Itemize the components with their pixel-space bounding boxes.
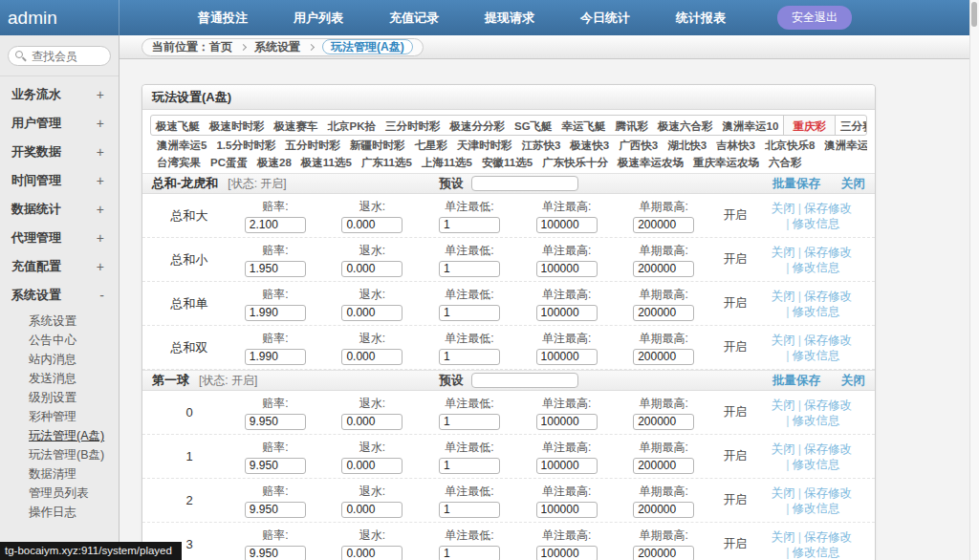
- max-bet-input[interactable]: [536, 305, 598, 321]
- modify-info-link[interactable]: 修改信息: [793, 349, 840, 362]
- rebate-input[interactable]: [341, 217, 402, 233]
- close-row-link[interactable]: 关闭: [772, 530, 795, 544]
- tab-三分赛车[interactable]: 三分赛车: [836, 116, 867, 135]
- tab-极速六合彩[interactable]: 极速六合彩: [653, 116, 718, 135]
- sidebar-subitem[interactable]: 彩种管理: [0, 407, 119, 426]
- max-bet-input[interactable]: [536, 546, 598, 560]
- close-row-link[interactable]: 关闭: [772, 202, 795, 215]
- sidebar-subitem[interactable]: 玩法管理(A盘): [0, 426, 119, 445]
- close-row-link[interactable]: 关闭: [772, 334, 795, 347]
- tab-吉林快3[interactable]: 吉林快3: [711, 138, 760, 153]
- period-max-input[interactable]: [633, 546, 694, 560]
- tab-上海11选5[interactable]: 上海11选5: [417, 155, 477, 170]
- scrollbar-thumb[interactable]: [971, 2, 977, 27]
- tab-极速快3[interactable]: 极速快3: [565, 138, 614, 153]
- odds-input[interactable]: [245, 305, 306, 321]
- preset-input[interactable]: [471, 373, 578, 388]
- expand-toggle-icon[interactable]: +: [97, 230, 104, 246]
- sidebar-subitem[interactable]: 管理员列表: [0, 484, 119, 503]
- tab-1.5分时时彩[interactable]: 1.5分时时彩: [211, 138, 280, 153]
- sidebar-item[interactable]: 充值配置+: [0, 252, 119, 281]
- max-bet-input[interactable]: [536, 349, 598, 365]
- tab-极速11选5[interactable]: 极速11选5: [296, 155, 357, 170]
- save-changes-link[interactable]: 保存修改: [804, 398, 852, 412]
- period-max-input[interactable]: [633, 502, 694, 518]
- rebate-input[interactable]: [341, 261, 402, 277]
- batch-save-link[interactable]: 批量保存: [772, 373, 820, 389]
- modify-info-link[interactable]: 修改信息: [793, 414, 840, 427]
- nav-item-2[interactable]: 充值记录: [366, 0, 462, 35]
- tab-极速时时彩[interactable]: 极速时时彩: [205, 116, 270, 135]
- save-changes-link[interactable]: 保存修改: [804, 530, 852, 544]
- odds-input[interactable]: [245, 458, 306, 474]
- modify-info-link[interactable]: 修改信息: [793, 458, 840, 471]
- tab-极速28[interactable]: 极速28: [252, 155, 296, 170]
- tab-广东快乐十分[interactable]: 广东快乐十分: [537, 155, 613, 170]
- odds-input[interactable]: [245, 414, 306, 430]
- modify-info-link[interactable]: 修改信息: [793, 261, 840, 274]
- expand-toggle-icon[interactable]: +: [97, 173, 104, 188]
- tab-江苏快3[interactable]: 江苏快3: [516, 138, 565, 153]
- save-changes-link[interactable]: 保存修改: [804, 202, 852, 215]
- max-bet-input[interactable]: [536, 261, 598, 277]
- period-max-input[interactable]: [633, 349, 694, 365]
- period-max-input[interactable]: [633, 261, 694, 277]
- tab-极速幸运农场[interactable]: 极速幸运农场: [613, 155, 688, 170]
- tab-五分时时彩[interactable]: 五分时时彩: [280, 138, 345, 153]
- tab-极速分分彩[interactable]: 极速分分彩: [445, 116, 510, 135]
- sidebar-subitem[interactable]: 操作日志: [0, 503, 119, 522]
- collapse-toggle-icon[interactable]: -: [99, 288, 104, 303]
- save-changes-link[interactable]: 保存修改: [804, 486, 852, 500]
- sidebar-item[interactable]: 开奖数据+: [0, 138, 119, 166]
- tab-重庆彩[interactable]: 重庆彩: [783, 116, 836, 135]
- sidebar-item[interactable]: 系统设置-: [0, 281, 119, 310]
- odds-input[interactable]: [245, 502, 306, 518]
- tab-广东11选5[interactable]: 广东11选5: [357, 155, 417, 170]
- odds-input[interactable]: [245, 261, 306, 277]
- rebate-input[interactable]: [341, 502, 402, 518]
- tab-极速飞艇[interactable]: 极速飞艇: [151, 116, 205, 135]
- rebate-input[interactable]: [341, 546, 402, 560]
- sidebar-subitem[interactable]: 玩法管理(B盘): [0, 445, 119, 464]
- nav-item-5[interactable]: 统计报表: [653, 0, 749, 35]
- rebate-input[interactable]: [341, 458, 402, 474]
- close-section-link[interactable]: 关闭: [841, 373, 865, 389]
- tab-安徽11选5[interactable]: 安徽11选5: [477, 155, 537, 170]
- rebate-input[interactable]: [341, 305, 402, 321]
- tab-北京快乐8[interactable]: 北京快乐8: [760, 138, 819, 153]
- tab-澳洲幸运5[interactable]: 澳洲幸运5: [152, 138, 211, 153]
- tab-腾讯彩[interactable]: 腾讯彩: [611, 116, 654, 135]
- sidebar-subitem[interactable]: 级别设置: [0, 388, 119, 407]
- max-bet-input[interactable]: [536, 414, 598, 430]
- min-bet-input[interactable]: [439, 305, 500, 321]
- expand-toggle-icon[interactable]: +: [97, 144, 104, 160]
- tab-六合彩[interactable]: 六合彩: [764, 155, 807, 170]
- close-row-link[interactable]: 关闭: [772, 486, 795, 500]
- save-changes-link[interactable]: 保存修改: [804, 442, 852, 456]
- expand-toggle-icon[interactable]: +: [97, 87, 104, 102]
- rebate-input[interactable]: [341, 349, 402, 365]
- tab-SG飞艇[interactable]: SG飞艇: [510, 116, 557, 135]
- min-bet-input[interactable]: [439, 546, 500, 560]
- period-max-input[interactable]: [633, 458, 694, 474]
- min-bet-input[interactable]: [439, 349, 500, 365]
- nav-item-1[interactable]: 用户列表: [271, 0, 366, 35]
- close-row-link[interactable]: 关闭: [772, 246, 795, 259]
- min-bet-input[interactable]: [439, 414, 500, 430]
- tab-PC蛋蛋[interactable]: PC蛋蛋: [206, 155, 252, 170]
- tab-北京PK拾[interactable]: 北京PK拾: [323, 116, 381, 135]
- tab-湖北快3[interactable]: 湖北快3: [663, 138, 711, 153]
- rebate-input[interactable]: [341, 414, 402, 430]
- tab-澳洲幸运20[interactable]: 澳洲幸运20: [819, 138, 867, 153]
- min-bet-input[interactable]: [439, 458, 500, 474]
- sidebar-item[interactable]: 代理管理+: [0, 224, 119, 252]
- tab-极速赛车[interactable]: 极速赛车: [270, 116, 323, 135]
- modify-info-link[interactable]: 修改信息: [793, 305, 840, 318]
- save-changes-link[interactable]: 保存修改: [804, 246, 852, 259]
- nav-item-3[interactable]: 提现请求: [462, 0, 557, 35]
- period-max-input[interactable]: [633, 305, 694, 321]
- max-bet-input[interactable]: [536, 217, 598, 233]
- odds-input[interactable]: [245, 217, 306, 233]
- tab-台湾宾果[interactable]: 台湾宾果: [152, 155, 206, 170]
- breadcrumb-current[interactable]: 玩法管理(A盘): [322, 39, 413, 54]
